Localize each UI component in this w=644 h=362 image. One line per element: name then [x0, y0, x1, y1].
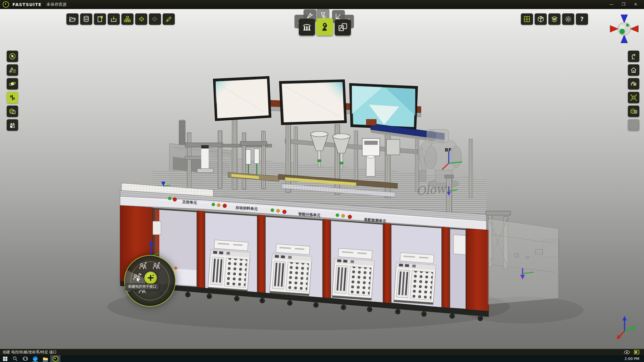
- task-view-button[interactable]: [20, 355, 30, 362]
- robot-frame-label: BF: [445, 147, 451, 153]
- taskbar-fastsuite-button[interactable]: [50, 355, 60, 362]
- auto-snap-button[interactable]: AS: [7, 119, 18, 131]
- monitor-left: [213, 76, 271, 121]
- probe-grid-icon: [9, 66, 16, 74]
- start-button[interactable]: [0, 355, 10, 362]
- redo-forward-button[interactable]: [149, 13, 161, 25]
- import-button[interactable]: [108, 13, 120, 25]
- edge-browser-icon: [33, 356, 38, 361]
- plc-connection-button[interactable]: [628, 92, 639, 103]
- world-axis-triad: [617, 316, 636, 339]
- settings-button[interactable]: [562, 13, 574, 25]
- select-tool-button[interactable]: [7, 51, 18, 62]
- new-document-icon: [96, 15, 104, 23]
- layers-button[interactable]: [548, 13, 560, 25]
- edit-pen-button[interactable]: [163, 13, 175, 25]
- person-interface-icon: [152, 262, 161, 271]
- task-view-icon: [23, 357, 28, 361]
- auto-snap-icon: AS: [9, 121, 16, 129]
- plc-chip-icon: [630, 94, 637, 101]
- monitor-right: [350, 83, 418, 129]
- fastsuite-app-icon: [53, 356, 58, 362]
- status-bar: 创建 电控/机械/坐标系/特定 接口: [0, 349, 644, 355]
- instrument-box-2: [270, 244, 313, 296]
- home-view-button[interactable]: [628, 64, 639, 76]
- grid-view-button[interactable]: [521, 13, 533, 25]
- radial-center-add-button[interactable]: [144, 272, 157, 284]
- help-button[interactable]: ?: [576, 13, 588, 25]
- folder-open-icon: [69, 15, 76, 23]
- pen-icon: [165, 15, 172, 23]
- globe-shield-icon: [630, 108, 637, 115]
- scribble-marking: Olow: [416, 182, 448, 198]
- instrument-box-4: [394, 252, 437, 305]
- radial-item-new-interface-2[interactable]: [152, 261, 162, 272]
- robot-arm-icon: [319, 21, 330, 32]
- home-icon: [630, 66, 637, 74]
- database-icon: [83, 15, 90, 23]
- file-toolbar: [66, 13, 175, 25]
- frames-icon: [338, 22, 348, 33]
- undo-back-button[interactable]: [135, 13, 147, 25]
- database-button[interactable]: [80, 13, 92, 25]
- title-bar: FASTSUITE 未保存资源 — ❐ ✕: [0, 0, 644, 9]
- open-project-button[interactable]: [66, 13, 78, 25]
- grid-icon: [523, 15, 531, 23]
- viewport-3d-scene[interactable]: BF: [0, 0, 644, 362]
- orbit-icon: [9, 80, 16, 87]
- gear-icon: [565, 15, 572, 23]
- taskbar-clock: 2:00 PM: [625, 357, 644, 361]
- orientation-gizmo-sphere: [608, 13, 640, 45]
- robot-program-mode-button[interactable]: [316, 18, 333, 36]
- frames-setup-mode-button[interactable]: [335, 19, 351, 36]
- taskbar-explorer-button[interactable]: [40, 355, 50, 362]
- search-icon: [13, 356, 17, 361]
- isometric-view-button[interactable]: [535, 13, 547, 25]
- hopper-1: [311, 131, 328, 167]
- machine-setup-button[interactable]: [628, 78, 639, 89]
- robot-icon: [630, 53, 637, 60]
- forward-arrow-icon: [151, 15, 159, 23]
- app-name: FASTSUITE: [12, 2, 42, 7]
- interface-connector-icon: [9, 94, 16, 101]
- workcell-mode-button[interactable]: [299, 19, 315, 36]
- view-toolbar: ?: [521, 13, 588, 25]
- dependency-tree-icon: [630, 121, 637, 129]
- robot-panel-button[interactable]: [628, 51, 639, 62]
- monitor-center: [279, 80, 346, 125]
- globe-document-icon: [9, 108, 16, 115]
- dependency-tree-button[interactable]: [628, 119, 639, 131]
- add-cross-icon: [147, 274, 155, 282]
- machine-table-icon: [630, 80, 637, 87]
- left-dock: AS: [7, 51, 18, 131]
- minimize-button[interactable]: —: [606, 1, 616, 8]
- mouse-cursor: [136, 277, 142, 284]
- orientation-gizmo[interactable]: [608, 13, 640, 45]
- structure-tree-button[interactable]: [121, 13, 133, 25]
- select-cursor-icon: [9, 53, 16, 60]
- workcell-icon: [302, 22, 312, 32]
- visibility-eye-icon[interactable]: [624, 350, 630, 354]
- radial-item-new-interface-1[interactable]: [138, 261, 148, 272]
- status-message: 创建 电控/机械/坐标系/特定 接口: [0, 350, 57, 355]
- taskbar-search-button[interactable]: [10, 355, 20, 362]
- measure-probe-button[interactable]: [7, 64, 18, 76]
- orbit-view-button[interactable]: [7, 78, 18, 89]
- restore-button[interactable]: ❐: [619, 1, 629, 8]
- right-dock: [628, 51, 639, 131]
- interface-tool-button[interactable]: [7, 92, 18, 103]
- app-logo-icon: [3, 1, 9, 8]
- structure-tree-icon: [124, 15, 131, 23]
- auto-snap-label: AS: [10, 122, 15, 126]
- taskbar-edge-button[interactable]: [30, 355, 40, 362]
- import-icon: [110, 15, 117, 23]
- globe-document-button[interactable]: [7, 106, 18, 117]
- ghost-cabinet-right: [488, 219, 559, 304]
- instrument-box-3: [332, 248, 375, 300]
- network-shield-button[interactable]: [628, 106, 639, 117]
- instrument-box-1: [208, 240, 251, 292]
- render-mode-icon[interactable]: [634, 350, 639, 354]
- new-document-button[interactable]: [94, 13, 106, 25]
- close-button[interactable]: ✕: [631, 1, 641, 8]
- person-interface-icon: [139, 262, 148, 271]
